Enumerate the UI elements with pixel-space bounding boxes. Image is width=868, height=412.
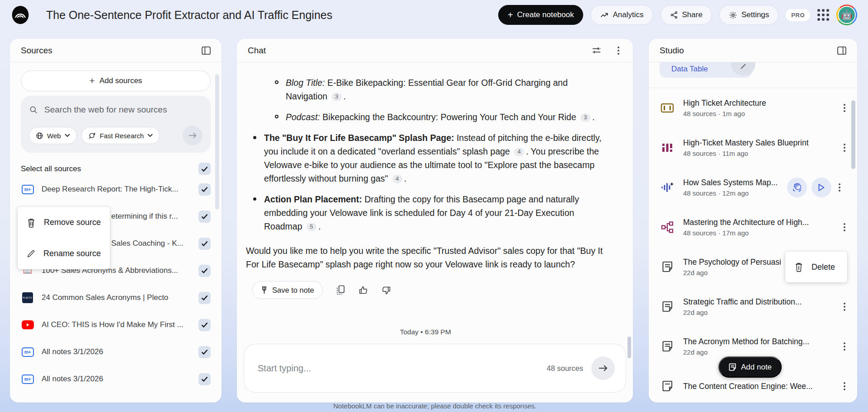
plus-icon: +: [508, 10, 513, 19]
play-audio-button[interactable]: [811, 178, 831, 197]
chat-send-button[interactable]: [591, 356, 615, 380]
chat-sources-count: 48 sources: [547, 364, 583, 373]
gear-icon: [729, 11, 737, 19]
fast-research-icon: [88, 131, 96, 140]
source-checkbox[interactable]: [198, 373, 211, 385]
share-button[interactable]: Share: [660, 5, 712, 25]
share-icon: [670, 11, 678, 19]
chat-settings-icon[interactable]: [592, 46, 601, 55]
delete-menu-item[interactable]: Delete: [785, 252, 847, 282]
add-note-button[interactable]: Add note: [718, 356, 782, 378]
remove-source-menu-item[interactable]: Remove source: [18, 207, 110, 238]
collapse-studio-panel-icon[interactable]: [837, 47, 846, 55]
citation-chip[interactable]: 5: [307, 223, 316, 231]
source-checkbox[interactable]: [198, 238, 211, 250]
notebooklm-logo-icon[interactable]: [11, 5, 30, 24]
source-row[interactable]: m+ Deep Research Report: The High-Tick..…: [10, 176, 222, 203]
chat-more-menu-icon[interactable]: [615, 44, 622, 57]
chat-sub-bullet: Podcast: Bikepacking the Backcountry: Po…: [268, 110, 605, 124]
audio-waveform-icon: [660, 181, 675, 194]
studio-panel: Studio Data Table: [649, 39, 857, 403]
chevron-down-icon: [65, 134, 70, 137]
source-checkbox[interactable]: [198, 183, 211, 196]
save-to-note-button[interactable]: Save to note: [252, 281, 323, 299]
trending-up-icon: [600, 11, 609, 19]
thumbs-down-icon[interactable]: [382, 286, 391, 295]
studio-item-menu-icon[interactable]: [841, 101, 848, 115]
notebook-title[interactable]: The One-Sentence Profit Extractor and AI…: [46, 9, 332, 22]
thumbs-up-icon[interactable]: [359, 286, 368, 295]
studio-item[interactable]: High-Ticket Mastery Sales Blueprint 48 s…: [649, 128, 857, 168]
studio-scrollbar[interactable]: [851, 100, 855, 169]
citation-chip[interactable]: 3: [580, 113, 590, 122]
sources-panel: Sources + Add sources: [10, 39, 222, 403]
notebooklm-app: The One-Sentence Profit Extractor and AI…: [0, 0, 868, 412]
studio-item-menu-icon[interactable]: [841, 141, 848, 154]
chat-followup-question: Would you like me to help you write the …: [246, 244, 605, 271]
source-row[interactable]: PLECTO 24 Common Sales Acronyms | Plecto: [10, 284, 222, 311]
note-icon: [660, 380, 675, 392]
studio-panel-title: Studio: [660, 46, 684, 56]
source-checkbox[interactable]: [198, 292, 211, 304]
studio-tools-row: Data Table: [649, 62, 857, 88]
source-checkbox[interactable]: [198, 265, 211, 277]
source-row[interactable]: m+ All notes 3/1/2026: [10, 338, 222, 365]
note-icon: [728, 363, 736, 371]
research-mode-dropdown[interactable]: Fast Research: [81, 127, 160, 144]
notebooklm-note-icon: m+: [22, 347, 34, 357]
studio-item[interactable]: Mastering the Architecture of High... 48…: [649, 207, 857, 247]
studio-item-menu-icon[interactable]: [841, 379, 848, 393]
youtube-icon: [22, 320, 34, 329]
source-row[interactable]: AI CEO: THIS is How I'd Make My First ..…: [10, 311, 222, 338]
studio-item-menu-icon[interactable]: [841, 300, 848, 314]
citation-chip[interactable]: 3: [332, 93, 342, 101]
source-checkbox[interactable]: [198, 346, 211, 358]
flowchart-icon: [660, 221, 675, 234]
studio-item-menu-icon[interactable]: [836, 181, 843, 194]
pin-icon: [261, 286, 268, 295]
source-row[interactable]: m+ All notes 3/1/2026: [10, 365, 222, 393]
apps-grid-icon[interactable]: [817, 9, 829, 21]
chat-input[interactable]: [258, 363, 547, 374]
chat-input-box: 48 sources: [244, 344, 626, 393]
collapse-sources-panel-icon[interactable]: [202, 47, 211, 55]
search-submit-button[interactable]: [183, 126, 203, 145]
studio-item-menu-icon[interactable]: [841, 340, 848, 353]
studio-items-list: High Ticket Architecture 48 sources · 1m…: [649, 88, 857, 403]
plus-icon: +: [90, 75, 95, 86]
rename-source-menu-item[interactable]: Rename source: [18, 238, 110, 269]
citation-chip[interactable]: 4: [392, 175, 402, 183]
studio-item[interactable]: High Ticket Architecture 48 sources · 1m…: [649, 88, 857, 128]
source-checkbox[interactable]: [198, 211, 211, 223]
search-input[interactable]: [44, 105, 193, 115]
trash-icon: [27, 218, 36, 228]
interactive-mode-button[interactable]: [787, 178, 807, 197]
avatar[interactable]: 🤖: [836, 5, 857, 25]
web-source-dropdown[interactable]: Web: [29, 127, 77, 144]
add-sources-button[interactable]: + Add sources: [21, 70, 211, 91]
bar-chart-icon: [660, 142, 675, 154]
studio-item[interactable]: Strategic Traffic and Distribution... 22…: [649, 287, 857, 327]
source-checkbox[interactable]: [198, 319, 211, 331]
select-all-checkbox[interactable]: [198, 163, 211, 175]
play-icon: [818, 183, 825, 192]
studio-item-context-menu: Delete: [785, 252, 847, 282]
pencil-tip-icon: [740, 63, 746, 70]
analytics-button[interactable]: Analytics: [590, 5, 653, 25]
select-all-label: Select all sources: [21, 164, 81, 173]
chat-scrollbar[interactable]: [627, 337, 631, 358]
citation-chip[interactable]: 4: [514, 148, 524, 156]
settings-button[interactable]: Settings: [719, 5, 778, 25]
studio-item-menu-icon[interactable]: [841, 220, 848, 234]
copy-icon[interactable]: [336, 285, 345, 295]
top-bar: The One-Sentence Profit Extractor and AI…: [0, 0, 868, 30]
sources-scrollbar[interactable]: [215, 74, 219, 210]
slides-icon: [660, 103, 675, 113]
select-all-row: Select all sources: [10, 159, 222, 176]
notebooklm-note-icon: m+: [22, 375, 34, 384]
notebooklm-note-icon: m+: [22, 185, 34, 194]
source-context-menu: Remove source Rename source: [18, 207, 110, 269]
create-notebook-button[interactable]: + Create notebook: [498, 5, 583, 25]
studio-item[interactable]: How Sales Systems Map... 48 sources · 12…: [649, 168, 857, 207]
chat-panel: Chat Blog Title: E-Bike Bikepacking: Ess…: [237, 39, 633, 403]
